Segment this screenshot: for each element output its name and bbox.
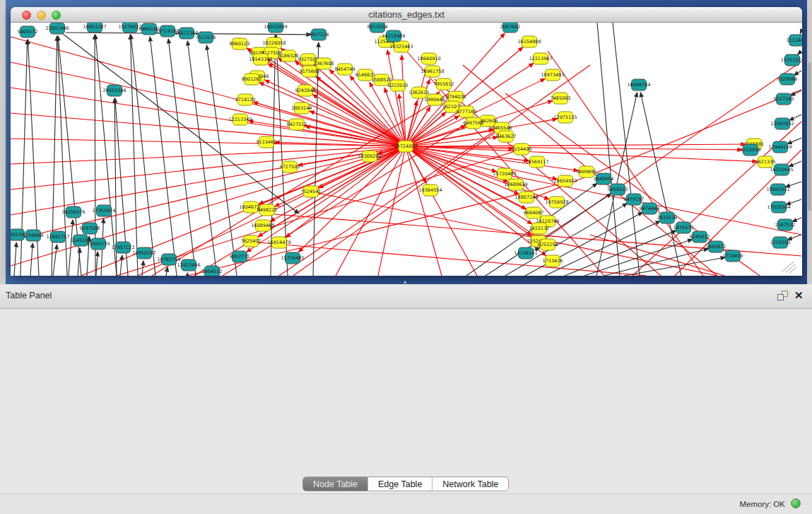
graph-node-1167532[interactable]: 1167532 — [775, 219, 796, 230]
graph-node-1710459[interactable]: 1710459 — [723, 250, 743, 262]
tab-network-table[interactable]: Network Table — [433, 477, 508, 491]
graph-node-14136141[interactable]: 14136141 — [514, 247, 537, 259]
svg-text:1112463: 1112463 — [787, 37, 802, 43]
graph-node-6497568[interactable]: 6497568 — [464, 117, 484, 129]
graph-node-7625402[interactable]: 7625402 — [241, 235, 261, 247]
graph-node-1733426[interactable]: 1733426 — [543, 255, 563, 267]
graph-node-8186328[interactable]: 8186328 — [278, 50, 299, 62]
graph-node-7857224[interactable]: 7857224 — [309, 29, 329, 40]
float-window-icon[interactable] — [777, 291, 789, 302]
graph-node-9154490[interactable]: 9154490 — [512, 144, 532, 155]
graph-node-12975135[interactable]: 12975135 — [553, 112, 577, 123]
graph-node-17016504[interactable]: 17016504 — [767, 201, 790, 213]
svg-text:15751074: 15751074 — [780, 57, 802, 63]
graph-node-16648784[interactable]: 16648784 — [627, 79, 650, 90]
right-edge-scrollbar[interactable] — [808, 62, 811, 211]
svg-text:1615132: 1615132 — [529, 226, 550, 231]
graph-node-10653287[interactable]: 10653287 — [83, 23, 106, 33]
graph-node-9242848[interactable]: 9242848 — [295, 85, 316, 96]
graph-node-6479197[interactable]: 6479197 — [624, 194, 645, 205]
graph-node-16033809[interactable]: 16033809 — [264, 23, 287, 33]
graph-node-10688639[interactable]: 10688639 — [504, 179, 527, 190]
svg-text:2933516: 2933516 — [657, 215, 678, 221]
network-window-titlebar[interactable]: citations_edges.txt — [11, 7, 802, 23]
graph-node-9857771[interactable]: 9857771 — [230, 251, 250, 262]
graph-node-9463627[interactable]: 9463627 — [496, 131, 517, 142]
split-pane-grip[interactable]: ▴ — [399, 279, 411, 284]
status-bar: Memory: OK — [0, 493, 812, 514]
svg-text:1167532: 1167532 — [775, 222, 796, 228]
graph-node-8215958[interactable]: 8215958 — [741, 144, 761, 156]
graph-node-5405572[interactable]: 5405572 — [18, 26, 38, 37]
graph-node-9498222[interactable]: 9498222 — [257, 204, 278, 216]
graph-node-9727503[interactable]: 9727503 — [280, 161, 300, 173]
graph-node-9474444[interactable]: 9474444 — [640, 203, 660, 214]
graph-node-9197588[interactable]: 9197588 — [80, 223, 100, 234]
graph-node-17359924[interactable]: 17359924 — [92, 205, 115, 216]
graph-node-1210350[interactable]: 1210350 — [770, 237, 791, 248]
graph-node-9227343[interactable]: 9227343 — [774, 93, 794, 105]
tab-edge-table[interactable]: Edge Table — [368, 477, 433, 491]
graph-node-1615132[interactable]: 1615132 — [529, 223, 550, 234]
memory-ok-indicator-icon — [791, 498, 801, 508]
graph-node-18640910[interactable]: 18640910 — [417, 53, 440, 64]
graph-node-5958923[interactable]: 5958923 — [608, 184, 628, 195]
graph-node-15692931[interactable]: 15692931 — [766, 184, 789, 195]
graph-node-19384554[interactable]: 19384554 — [418, 185, 442, 196]
network-window[interactable]: citations_edges.txt 18724007886012389129… — [11, 7, 802, 276]
graph-node-7955812[interactable]: 7955812 — [434, 78, 454, 90]
graph-node-7524541[interactable]: 7524541 — [301, 186, 322, 197]
svg-text:16961758: 16961758 — [420, 69, 444, 74]
graph-node-18807249[interactable]: 18807249 — [514, 192, 538, 203]
svg-text:6794028: 6794028 — [446, 94, 466, 100]
graph-node-9777169[interactable]: 9777169 — [457, 106, 477, 117]
graph-node-2933516[interactable]: 2933516 — [657, 212, 678, 223]
svg-text:16089469: 16089469 — [251, 223, 274, 228]
graph-node-16089469[interactable]: 16089469 — [251, 220, 274, 231]
graph-node-8860123[interactable]: 8860123 — [230, 38, 250, 49]
graph-node-8222033[interactable]: 8222033 — [388, 80, 408, 91]
graph-node-20053346[interactable]: 20053346 — [102, 85, 126, 96]
graph-node-12213349[interactable]: 12213349 — [228, 114, 252, 125]
graph-node-2718120[interactable]: 2718120 — [235, 94, 256, 105]
network-canvas[interactable]: 1872400788601238912955182260589127508818… — [11, 23, 802, 276]
graph-node-12942757[interactable]: 12942757 — [46, 231, 69, 243]
graph-node-20206576[interactable]: 20206576 — [61, 206, 85, 218]
svg-text:7955812: 7955812 — [434, 81, 454, 87]
graph-node-15716485[interactable]: 15716485 — [281, 252, 304, 264]
svg-text:1904532: 1904532 — [202, 269, 223, 274]
graph-node-8427512[interactable]: 8427512 — [287, 119, 307, 130]
svg-text:9684067: 9684067 — [524, 210, 544, 216]
svg-text:8454749: 8454749 — [335, 66, 355, 72]
graph-node-10958107[interactable]: 10958107 — [132, 247, 155, 259]
svg-text:12923446: 12923446 — [177, 262, 200, 268]
graph-node-15751074[interactable]: 15751074 — [780, 54, 802, 66]
graph-node-12213967[interactable]: 12213967 — [529, 53, 552, 64]
graph-node-1876373[interactable]: 1876373 — [673, 222, 694, 233]
graph-node-1112463[interactable]: 1112463 — [787, 35, 802, 46]
graph-node-1156869[interactable]: 1156869 — [23, 230, 44, 241]
graph-node-7513526[interactable]: 7513526 — [196, 32, 216, 43]
graph-node-16154808[interactable]: 16154808 — [517, 36, 541, 47]
graph-node-9245012[interactable]: 9245012 — [690, 231, 710, 243]
tab-node-table[interactable]: Node Table — [303, 477, 368, 491]
graph-node-9329966[interactable]: 9329966 — [777, 74, 798, 85]
graph-node-16210645[interactable]: 16210645 — [770, 164, 793, 175]
graph-node-1904532[interactable]: 1904532 — [202, 266, 223, 276]
graph-node-8813054[interactable]: 8813054 — [367, 23, 388, 33]
graph-node-9801261[interactable]: 9801261 — [242, 74, 262, 85]
svg-text:9463627: 9463627 — [496, 134, 517, 139]
svg-text:20053346: 20053346 — [102, 88, 126, 93]
graph-node-1695822[interactable]: 1695822 — [706, 241, 726, 252]
graph-node-2803144[interactable]: 2803144 — [292, 103, 312, 114]
graph-node-9175685[interactable]: 9175685 — [300, 66, 320, 77]
svg-text:19384554: 19384554 — [418, 187, 442, 193]
graph-node-7485063[interactable]: 7485063 — [551, 93, 571, 104]
graph-node-8454749[interactable]: 8454749 — [335, 64, 355, 75]
graph-node-22691406[interactable]: 22691406 — [45, 23, 69, 34]
graph-node-8252254[interactable]: 8252254 — [538, 239, 558, 250]
graph-node-2087682[interactable]: 2087682 — [500, 23, 521, 33]
graph-node-1640954[interactable]: 1640954 — [594, 173, 614, 185]
close-icon[interactable]: ✕ — [794, 288, 804, 303]
graph-node-9115460[interactable]: 9115460 — [257, 136, 277, 148]
